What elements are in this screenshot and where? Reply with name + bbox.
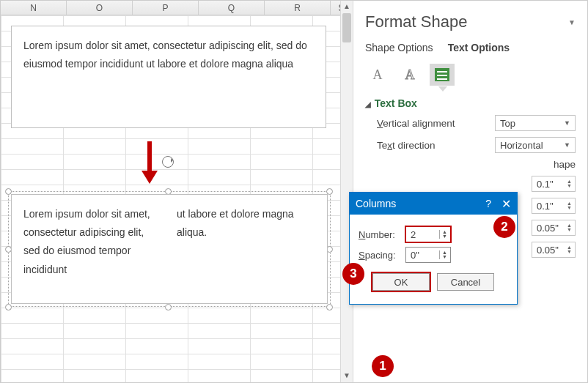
rotate-handle-icon[interactable] — [162, 156, 174, 168]
number-row: Number: 2▲▼ — [359, 226, 508, 242]
column-headers: N O P Q R S — [1, 1, 353, 15]
vertical-alignment-row: Vertical alignment Top▼ — [377, 115, 576, 131]
col-header[interactable]: P — [133, 1, 199, 15]
left-margin-spinner[interactable]: 0.1"▲▼ — [532, 176, 576, 192]
combo-value: Horizontal — [500, 140, 543, 151]
chevron-down-icon: ▼ — [564, 141, 570, 149]
spacing-label: Spacing: — [359, 250, 400, 261]
section-text-box[interactable]: Text Box — [365, 97, 576, 109]
ok-button[interactable]: OK — [372, 273, 430, 291]
close-icon[interactable]: ✕ — [501, 197, 511, 211]
text-fill-icon[interactable]: A — [365, 64, 390, 86]
pane-title: Format Shape ▼ — [365, 12, 576, 31]
resize-shape-row: hape — [377, 159, 576, 170]
text-option-icons: A A — [365, 64, 576, 86]
shape-text: Lorem ipsum dolor sit amet, consectetur … — [23, 40, 307, 70]
number-label: Number: — [359, 229, 400, 240]
resize-handle[interactable] — [5, 304, 12, 311]
spinner-arrows-icon[interactable]: ▲▼ — [567, 179, 572, 188]
vertical-alignment-label: Vertical alignment — [377, 118, 455, 129]
spin-value: 0" — [411, 250, 419, 261]
text-box-columns[interactable]: Lorem ipsum dolor sit amet, consectetur … — [11, 194, 328, 304]
tab-text-options[interactable]: Text Options — [448, 42, 510, 56]
cancel-button[interactable]: Cancel — [437, 273, 494, 291]
text-effects-icon[interactable]: A — [397, 64, 422, 86]
col-header[interactable]: O — [67, 1, 133, 15]
resize-handle[interactable] — [326, 304, 333, 311]
l: ertical alignment — [383, 118, 455, 129]
chevron-down-icon: ▼ — [564, 119, 570, 127]
combo-value: Top — [500, 118, 515, 129]
app-root: N O P Q R S Lorem ipsum dolor sit amet, … — [0, 0, 588, 383]
pane-title-text: Format Shape — [365, 12, 467, 31]
dialog-body: Number: 2▲▼ Spacing: 0"▲▼ OK Cancel — [350, 215, 517, 304]
text-direction-row: Text direction Horizontal▼ — [377, 137, 576, 153]
scroll-up-icon[interactable]: ▲ — [341, 1, 353, 13]
scroll-thumb[interactable] — [342, 13, 351, 42]
annotation-3: 3 — [342, 263, 364, 285]
spinner-arrows-icon[interactable]: ▲▼ — [567, 223, 572, 232]
spinner-arrows-icon[interactable]: ▲▼ — [567, 245, 572, 254]
pane-tabs: Shape Options Text Options — [365, 42, 576, 56]
left-margin-row: x 0.1"▲▼ — [377, 176, 576, 192]
annotation-2: 2 — [493, 216, 515, 238]
col-header[interactable]: Q — [199, 1, 265, 15]
spreadsheet-grid[interactable]: N O P Q R S Lorem ipsum dolor sit amet, … — [1, 1, 353, 382]
number-spinner[interactable]: 2▲▼ — [405, 226, 451, 242]
right-margin-spinner[interactable]: 0.1"▲▼ — [532, 198, 576, 214]
pane-menu-icon[interactable]: ▼ — [568, 18, 576, 26]
vertical-alignment-combo[interactable]: Top▼ — [495, 115, 576, 131]
text-direction-label: Text direction — [377, 140, 436, 151]
spin-value: 0.1" — [537, 179, 554, 190]
columns-dialog: Columns ? ✕ Number: 2▲▼ Spacing: 0"▲▼ OK… — [349, 192, 518, 305]
resize-handle[interactable] — [165, 304, 172, 311]
spin-value: 0.05" — [537, 223, 559, 234]
spinner-arrows-icon[interactable]: ▲▼ — [567, 201, 572, 210]
tab-shape-options[interactable]: Shape Options — [365, 42, 433, 56]
arrow-down-icon — [143, 141, 156, 184]
scroll-down-icon[interactable]: ▼ — [341, 370, 353, 382]
spin-value: 0.05" — [537, 245, 559, 256]
text-box-single[interactable]: Lorem ipsum dolor sit amet, consectetur … — [11, 26, 326, 128]
dialog-title-text: Columns — [356, 198, 396, 209]
col-header[interactable]: N — [1, 1, 67, 15]
help-icon[interactable]: ? — [485, 198, 491, 209]
textbox-icon[interactable] — [430, 64, 455, 86]
bottom-margin-spinner[interactable]: 0.05"▲▼ — [532, 242, 576, 258]
col-header[interactable]: R — [265, 1, 331, 15]
text-direction-combo[interactable]: Horizontal▼ — [495, 137, 576, 153]
top-margin-spinner[interactable]: 0.05"▲▼ — [532, 220, 576, 236]
spacing-spinner[interactable]: 0"▲▼ — [405, 247, 451, 263]
column-2-text: ut labore et dolore magna aliqua. — [177, 205, 315, 279]
spinner-arrows-icon[interactable]: ▲▼ — [439, 230, 447, 239]
annotation-1: 1 — [372, 355, 394, 377]
dialog-buttons: OK Cancel — [359, 267, 508, 300]
spinner-arrows-icon[interactable]: ▲▼ — [439, 250, 447, 259]
spin-value: 0.1" — [537, 201, 554, 212]
spin-value: 2 — [411, 229, 416, 240]
spacing-row: Spacing: 0"▲▼ — [359, 247, 508, 263]
resize-shape-label-partial: hape — [554, 159, 576, 170]
column-1-text: Lorem ipsum dolor sit amet, consectetur … — [23, 205, 162, 279]
dialog-titlebar[interactable]: Columns ? ✕ — [350, 193, 517, 215]
